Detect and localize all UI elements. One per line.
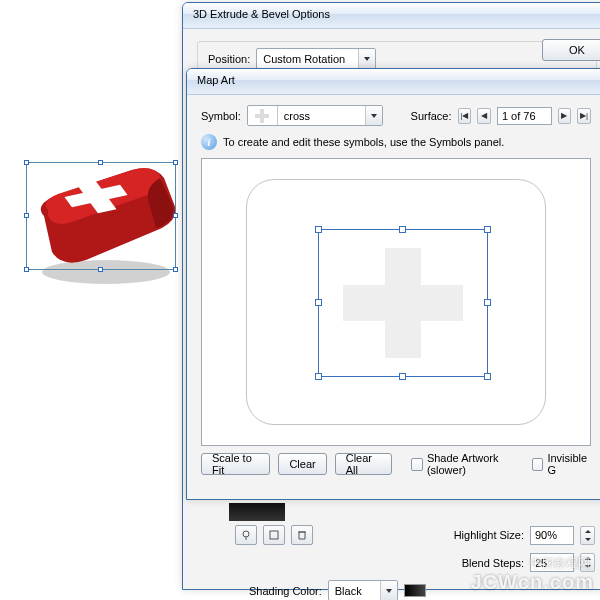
surface-prev-button[interactable]: ◀ (477, 108, 491, 124)
delete-light-button[interactable] (291, 525, 313, 545)
symbol-label: Symbol: (201, 110, 241, 122)
dialog-map-art: Map Art Symbol: cross Surface: |◀ ◀ 1 of… (186, 68, 600, 500)
info-icon: i (201, 134, 217, 150)
surface-label: Surface: (411, 110, 452, 122)
svg-rect-5 (270, 531, 278, 539)
svg-point-0 (42, 260, 170, 284)
chevron-down-icon (365, 106, 382, 125)
surface-next-button[interactable]: ▶ (558, 108, 572, 124)
scale-to-fit-button[interactable]: Scale to Fit (201, 453, 270, 475)
surface-first-button[interactable]: |◀ (458, 108, 472, 124)
position-combo[interactable]: Custom Rotation (256, 48, 376, 69)
mapart-preview[interactable] (201, 158, 591, 446)
handle[interactable] (315, 373, 322, 380)
surface-last-button[interactable]: ▶| (577, 108, 591, 124)
cross-icon (253, 107, 271, 125)
clear-button[interactable]: Clear (278, 453, 326, 475)
handle[interactable] (484, 299, 491, 306)
handle[interactable] (315, 299, 322, 306)
medkit-icon (24, 156, 184, 286)
shading-combo[interactable]: Black (328, 580, 398, 600)
highlight-spin[interactable] (580, 526, 595, 545)
chevron-down-icon (380, 581, 397, 600)
symbol-combo[interactable]: cross (247, 105, 383, 126)
dialog-title-3d[interactable]: 3D Extrude & Bevel Options (183, 3, 600, 29)
move-light-button[interactable] (263, 525, 285, 545)
symbol-thumb (248, 106, 278, 125)
shade-artwork-checkbox[interactable]: Shade Artwork (slower) (411, 452, 524, 476)
shading-swatch[interactable] (404, 584, 426, 597)
canvas-object-medkit[interactable] (24, 156, 184, 286)
trash-icon (296, 529, 308, 541)
highlight-label: Highlight Size: (454, 529, 524, 541)
square-icon (268, 529, 280, 541)
handle[interactable] (315, 226, 322, 233)
light-preview (229, 503, 285, 521)
symbol-bbox[interactable] (318, 229, 488, 377)
new-light-button[interactable] (235, 525, 257, 545)
position-value: Custom Rotation (257, 53, 358, 65)
handle[interactable] (484, 373, 491, 380)
watermark-url: JCWcn.com (471, 571, 594, 594)
handle[interactable] (399, 226, 406, 233)
symbol-value: cross (278, 110, 365, 122)
surface-counter[interactable]: 1 of 76 (497, 107, 552, 125)
ok-button[interactable]: OK (542, 39, 600, 61)
blend-label: Blend Steps: (462, 557, 524, 569)
svg-point-3 (243, 531, 249, 537)
shading-label: Shading Color: (249, 585, 322, 597)
highlight-field[interactable]: 90% (530, 526, 574, 545)
watermark-cn: 中国教程网 (530, 555, 590, 572)
dialog-title-mapart[interactable]: Map Art (187, 69, 600, 95)
handle[interactable] (484, 226, 491, 233)
clear-all-button[interactable]: Clear All (335, 453, 392, 475)
hint-text: To create and edit these symbols, use th… (223, 136, 504, 148)
shade-label: Shade Artwork (slower) (427, 452, 524, 476)
chevron-down-icon (358, 49, 375, 68)
invisible-label: Invisible G (547, 452, 591, 476)
lightbulb-icon (240, 529, 252, 541)
shading-value: Black (329, 585, 380, 597)
invisible-geom-checkbox[interactable]: Invisible G (532, 452, 591, 476)
handle[interactable] (399, 373, 406, 380)
svg-rect-7 (255, 114, 269, 118)
position-label: Position: (208, 53, 250, 65)
